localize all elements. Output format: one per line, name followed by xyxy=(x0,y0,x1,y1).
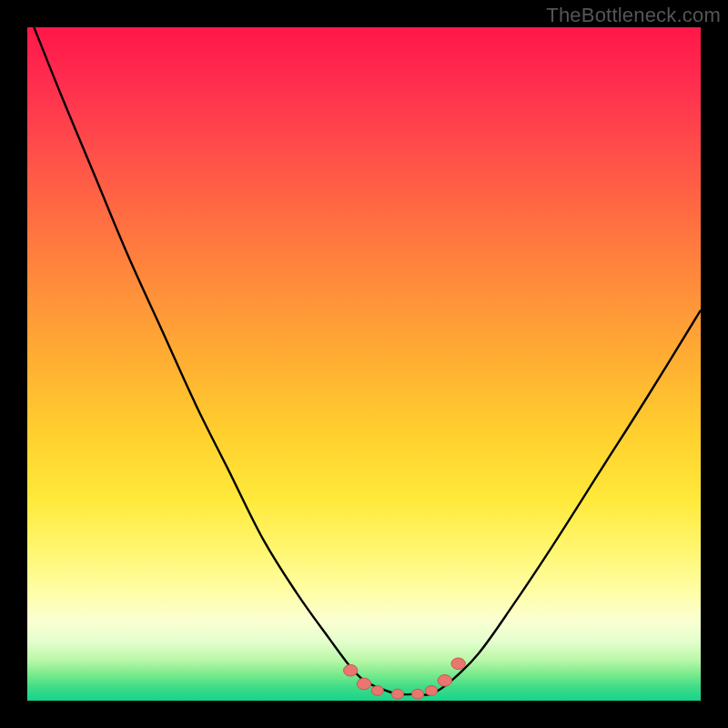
image-frame: TheBottleneck.com xyxy=(0,0,728,728)
marker-dot xyxy=(438,675,451,687)
marker-dot xyxy=(371,686,383,696)
marker-dot xyxy=(357,678,370,690)
marker-dot xyxy=(391,689,403,699)
bottleneck-curve xyxy=(34,27,701,695)
marker-dot xyxy=(412,689,424,699)
watermark-text: TheBottleneck.com xyxy=(546,4,721,27)
marker-dot xyxy=(344,664,358,676)
chart-svg xyxy=(27,27,701,701)
marker-dot xyxy=(425,686,437,696)
marker-dot xyxy=(451,658,465,670)
plot-area xyxy=(27,27,701,701)
highlight-markers xyxy=(344,658,466,699)
